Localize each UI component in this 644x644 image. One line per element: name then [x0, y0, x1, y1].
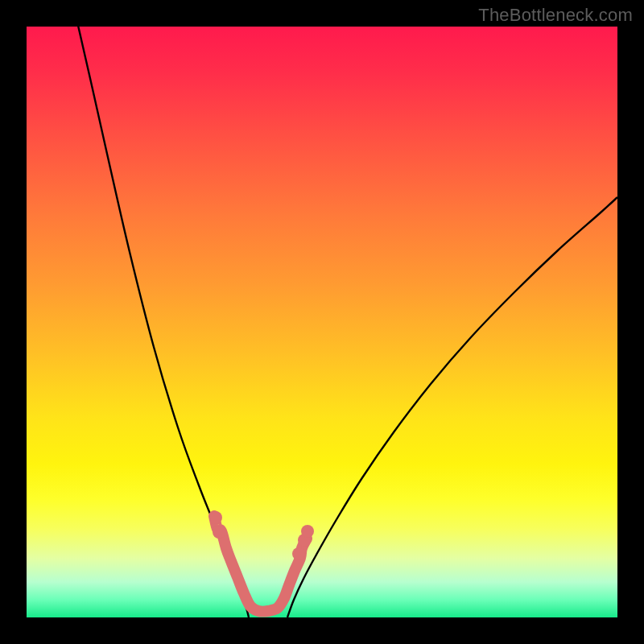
curve-layer: [27, 27, 617, 617]
chart-frame: TheBottleneck.com: [0, 0, 644, 644]
data-point: [292, 547, 305, 560]
data-point: [213, 526, 225, 539]
plot-area: [27, 27, 617, 617]
series-bottom-link: [214, 516, 307, 612]
data-point: [209, 511, 222, 524]
series-right-curve: [287, 197, 617, 617]
data-point: [301, 525, 314, 538]
series-layer: [76, 27, 617, 617]
watermark-text: TheBottleneck.com: [478, 5, 633, 26]
